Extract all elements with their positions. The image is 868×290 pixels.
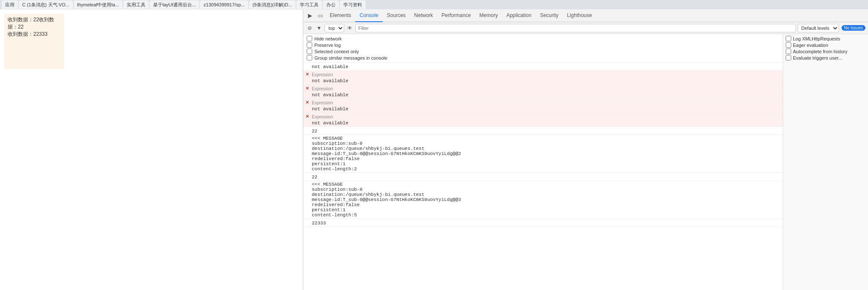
log-xhr-checkbox[interactable] <box>786 36 791 41</box>
browser-tab-thymeleaf[interactable]: thymeleaf中使用la... <box>74 0 122 9</box>
eye-icon[interactable]: 👁 <box>346 24 354 32</box>
main-area: 收到数据：22收到数据：22 收到数据：22333 ▶ ▭ Elements C… <box>0 9 868 290</box>
browser-tab-weather[interactable]: C (1条消息) 天气·VO... <box>19 0 73 9</box>
console-output[interactable]: not available ✕ Expression not available… <box>303 63 783 290</box>
console-entry-expr-4: ✕ Expression not available <box>303 113 783 127</box>
eager-eval-checkbox[interactable] <box>786 42 791 48</box>
console-entry-22333: 22333 <box>303 219 783 227</box>
no-issues-badge: No Issues <box>842 25 865 31</box>
browser-tab-apps[interactable]: 应用 <box>2 0 18 9</box>
console-entry-msg-2: <<< MESSAGE subscription:sub-0 destinati… <box>303 181 783 219</box>
browser-tab-9msg[interactable]: (9条消息)(详解)D... <box>249 0 296 9</box>
browser-tab-office[interactable]: 办公 <box>323 0 339 9</box>
error-icon-1: ✕ <box>305 72 309 77</box>
option-group-similar[interactable]: Group similar messages in console <box>307 55 779 60</box>
error-icon-4: ✕ <box>305 114 309 119</box>
default-levels-select[interactable]: Default levels <box>798 24 839 32</box>
tab-sources[interactable]: Sources <box>383 9 410 22</box>
console-entry-msg-1: <<< MESSAGE subscription:sub-0 destinati… <box>303 135 783 173</box>
tab-security[interactable]: Security <box>536 9 563 22</box>
option-autocomplete[interactable]: Autocomplete from history <box>786 49 865 54</box>
browser-tab-study-material[interactable]: 学习资料 <box>340 0 366 9</box>
console-options: Hide network Preserve log Selected conte… <box>303 34 783 63</box>
console-toolbar: ⊘ ▼ top 👁 Default levels No Issues <box>303 22 868 34</box>
browser-tab-study-tools[interactable]: 学习工具 <box>296 0 322 9</box>
tab-elements[interactable]: Elements <box>325 9 355 22</box>
browser-tab-bar: 应用 C (1条消息) 天气·VO... thymeleaf中使用la... 实… <box>0 0 868 9</box>
tab-application[interactable]: Application <box>502 9 536 22</box>
devtools-body: Hide network Preserve log Selected conte… <box>303 34 868 290</box>
recv-line-2: 收到数据：22333 <box>8 31 61 38</box>
tab-performance[interactable]: Performance <box>437 9 475 22</box>
filter-input[interactable] <box>355 24 796 32</box>
context-select[interactable]: top <box>325 24 344 32</box>
tab-network[interactable]: Network <box>410 9 437 22</box>
option-selected-context[interactable]: Selected context only <box>307 49 779 54</box>
devtools-panel: ▶ ▭ Elements Console Sources Network Per… <box>303 9 868 290</box>
devtools-device-icon[interactable]: ▭ <box>315 11 325 21</box>
option-eager-eval[interactable]: Eager evaluation <box>786 42 865 48</box>
option-evaluate-triggers[interactable]: Evaluate triggers user... <box>786 55 865 60</box>
error-icon-3: ✕ <box>305 100 309 105</box>
option-log-xhr[interactable]: Log XMLHttpRequests <box>786 36 865 41</box>
clear-console-button[interactable]: ⊘ <box>306 24 314 32</box>
recv-line-1: 收到数据：22收到数据：22 <box>8 16 61 31</box>
console-entry-expr-1: ✕ Expression not available <box>303 71 783 85</box>
error-icon-2: ✕ <box>305 86 309 91</box>
recv-box: 收到数据：22收到数据：22 收到数据：22333 <box>4 14 64 69</box>
toolbar-right: Default levels No Issues <box>798 24 865 32</box>
devtools-right-settings: Log XMLHttpRequests Eager evaluation Aut… <box>783 34 868 290</box>
console-entry-expr-3: ✕ Expression not available <box>303 99 783 113</box>
console-entry-not-avail-0: not available <box>303 63 783 71</box>
option-preserve-log[interactable]: Preserve log <box>307 42 779 48</box>
devtools-tab-bar: ▶ ▭ Elements Console Sources Network Per… <box>303 9 868 22</box>
tab-console[interactable]: Console <box>355 9 383 22</box>
tab-lighthouse[interactable]: Lighthouse <box>563 9 596 22</box>
page-content: 收到数据：22收到数据：22 收到数据：22333 <box>0 9 303 290</box>
console-entry-expr-2: ✕ Expression not available <box>303 85 783 99</box>
browser-tab-z13[interactable]: z13094399917/sp... <box>200 0 248 9</box>
selected-context-checkbox[interactable] <box>307 49 312 54</box>
console-entry-22-2: 22 <box>303 173 783 181</box>
tab-memory[interactable]: Memory <box>475 9 502 22</box>
autocomplete-checkbox[interactable] <box>786 49 791 54</box>
browser-tab-tools[interactable]: 实用工具 <box>123 0 149 9</box>
devtools-inspect-icon[interactable]: ▶ <box>305 11 315 21</box>
group-similar-checkbox[interactable] <box>307 55 312 60</box>
console-entry-22-1: 22 <box>303 127 783 135</box>
evaluate-triggers-checkbox[interactable] <box>786 55 791 60</box>
browser-tab-layui[interactable]: 基于layUI通用后台... <box>150 0 199 9</box>
devtools-main: Hide network Preserve log Selected conte… <box>303 34 783 290</box>
preserve-log-checkbox[interactable] <box>307 42 312 48</box>
option-hide-network[interactable]: Hide network <box>307 36 779 41</box>
filter-toggle-button[interactable]: ▼ <box>315 24 323 32</box>
hide-network-checkbox[interactable] <box>307 36 312 41</box>
